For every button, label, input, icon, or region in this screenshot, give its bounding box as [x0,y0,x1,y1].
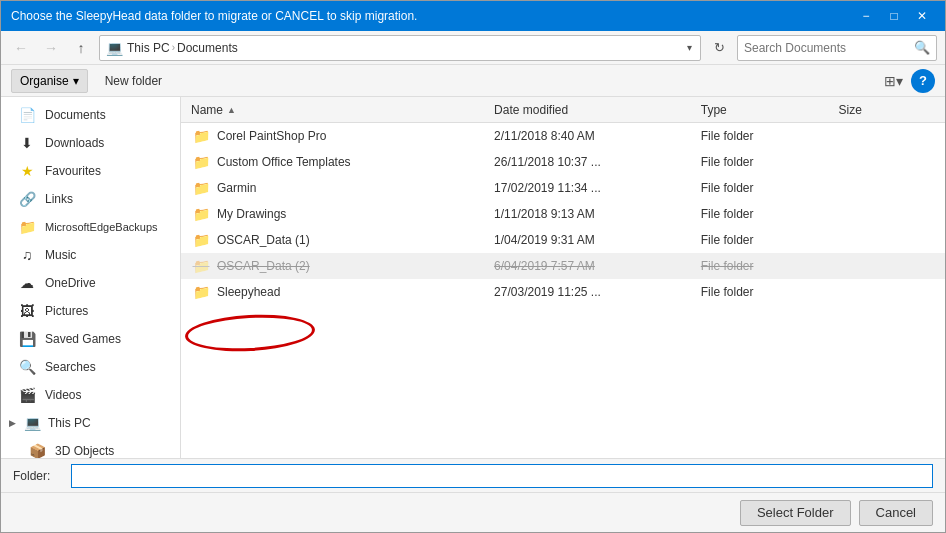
organise-toolbar: Organise ▾ New folder ⊞ ▾ ? [1,65,945,97]
music-icon: ♫ [17,247,37,263]
view-icon: ⊞ [884,73,896,89]
col-size[interactable]: Size [839,103,935,117]
folder-bar: Folder: [1,458,945,492]
file-type-5: File folder [701,259,839,273]
favourites-icon: ★ [17,163,37,179]
3d-objects-icon: 📦 [27,443,47,458]
new-folder-button[interactable]: New folder [96,69,171,93]
crumb-documents: Documents [177,41,238,55]
onedrive-icon: ☁ [17,275,37,291]
sidebar-label-favourites: Favourites [45,164,101,178]
sidebar-item-documents[interactable]: 📄 Documents [1,101,180,129]
sidebar-label-links: Links [45,192,73,206]
title-bar-text: Choose the SleepyHead data folder to mig… [11,9,853,23]
searches-icon: 🔍 [17,359,37,375]
search-box: 🔍 [737,35,937,61]
videos-icon: 🎬 [17,387,37,403]
table-row[interactable]: 📁 Corel PaintShop Pro 2/11/2018 8:40 AM … [181,123,945,149]
up-button[interactable]: ↑ [69,36,93,60]
file-type-2: File folder [701,181,839,195]
help-button[interactable]: ? [911,69,935,93]
file-date-6: 27/03/2019 11:25 ... [494,285,701,299]
sidebar-item-downloads[interactable]: ⬇ Downloads [1,129,180,157]
address-toolbar: ← → ↑ 💻 This PC › Documents ▾ ↻ 🔍 [1,31,945,65]
sort-arrow-name: ▲ [227,105,236,115]
sidebar-item-this-pc[interactable]: ▶ 💻 This PC [1,409,180,437]
title-bar: Choose the SleepyHead data folder to mig… [1,1,945,31]
organise-arrow: ▾ [73,74,79,88]
sidebar-label-searches: Searches [45,360,96,374]
view-arrow: ▾ [896,73,903,89]
table-row[interactable]: 📁 OSCAR_Data (2) 6/04/2019 7:57 AM File … [181,253,945,279]
file-date-3: 1/11/2018 9:13 AM [494,207,701,221]
sidebar-item-pictures[interactable]: 🖼 Pictures [1,297,180,325]
cancel-button[interactable]: Cancel [859,500,933,526]
dialog: Choose the SleepyHead data folder to mig… [0,0,946,533]
folder-icon-3: 📁 [191,206,211,222]
sidebar-label-downloads: Downloads [45,136,104,150]
address-dropdown-button[interactable]: ▾ [685,42,694,53]
file-type-3: File folder [701,207,839,221]
links-icon: 🔗 [17,191,37,207]
file-date-5: 6/04/2019 7:57 AM [494,259,701,273]
sidebar-label-videos: Videos [45,388,81,402]
main-content: 📄 Documents ⬇ Downloads ★ Favourites 🔗 L… [1,97,945,458]
col-type[interactable]: Type [701,103,839,117]
file-area: Name ▲ Date modified Type Size [181,97,945,458]
select-folder-button[interactable]: Select Folder [740,500,851,526]
address-crumbs: This PC › Documents [127,41,681,55]
file-type-0: File folder [701,129,839,143]
forward-button[interactable]: → [39,36,63,60]
back-button[interactable]: ← [9,36,33,60]
search-input[interactable] [744,41,914,55]
col-name[interactable]: Name ▲ [191,103,494,117]
file-name-5: 📁 OSCAR_Data (2) [191,258,494,274]
folder-input[interactable] [71,464,933,488]
view-button[interactable]: ⊞ ▾ [879,69,907,93]
address-bar[interactable]: 💻 This PC › Documents ▾ [99,35,701,61]
downloads-icon: ⬇ [17,135,37,151]
refresh-button[interactable]: ↻ [707,36,731,60]
sidebar-item-music[interactable]: ♫ Music [1,241,180,269]
sidebar-item-searches[interactable]: 🔍 Searches [1,353,180,381]
col-date[interactable]: Date modified [494,103,701,117]
sidebar-item-saved-games[interactable]: 💾 Saved Games [1,325,180,353]
sidebar-item-videos[interactable]: 🎬 Videos [1,381,180,409]
file-name-2: 📁 Garmin [191,180,494,196]
table-row[interactable]: 📁 Custom Office Templates 26/11/2018 10:… [181,149,945,175]
folder-icon-5: 📁 [191,258,211,274]
folder-label: Folder: [13,469,63,483]
file-date-0: 2/11/2018 8:40 AM [494,129,701,143]
file-list-scroll[interactable]: 📁 Corel PaintShop Pro 2/11/2018 8:40 AM … [181,123,945,458]
folder-icon-4: 📁 [191,232,211,248]
table-row[interactable]: 📁 My Drawings 1/11/2018 9:13 AM File fol… [181,201,945,227]
close-button[interactable]: ✕ [909,6,935,26]
sidebar-item-microsoftedge[interactable]: 📁 MicrosoftEdgeBackups [1,213,180,241]
sidebar-item-onedrive[interactable]: ☁ OneDrive [1,269,180,297]
file-date-1: 26/11/2018 10:37 ... [494,155,701,169]
crumb-separator-1: › [172,42,175,53]
sidebar-label-pictures: Pictures [45,304,88,318]
title-bar-controls: − □ ✕ [853,6,935,26]
file-area-wrapper: Name ▲ Date modified Type Size [181,97,945,458]
organise-button[interactable]: Organise ▾ [11,69,88,93]
toolbar2-right: ⊞ ▾ ? [879,69,935,93]
maximize-button[interactable]: □ [881,6,907,26]
sidebar-label-documents: Documents [45,108,106,122]
table-row[interactable]: 📁 OSCAR_Data (1) 1/04/2019 9:31 AM File … [181,227,945,253]
minimize-button[interactable]: − [853,6,879,26]
this-pc-icon: 💻 [106,40,123,56]
sidebar-label-saved-games: Saved Games [45,332,121,346]
sidebar-item-favourites[interactable]: ★ Favourites [1,157,180,185]
this-pc-icon: 💻 [22,415,42,431]
file-name-0: 📁 Corel PaintShop Pro [191,128,494,144]
table-row[interactable]: 📁 Garmin 17/02/2019 11:34 ... File folde… [181,175,945,201]
this-pc-expand-icon: ▶ [9,418,16,428]
file-name-6: 📁 Sleepyhead [191,284,494,300]
sidebar-item-links[interactable]: 🔗 Links [1,185,180,213]
search-icon: 🔍 [914,40,930,55]
table-row-sleepyhead[interactable]: 📁 Sleepyhead 27/03/2019 11:25 ... File f… [181,279,945,305]
sidebar-label-microsoftedge: MicrosoftEdgeBackups [45,221,158,233]
sidebar-item-3d-objects[interactable]: 📦 3D Objects [1,437,180,458]
saved-games-icon: 💾 [17,331,37,347]
